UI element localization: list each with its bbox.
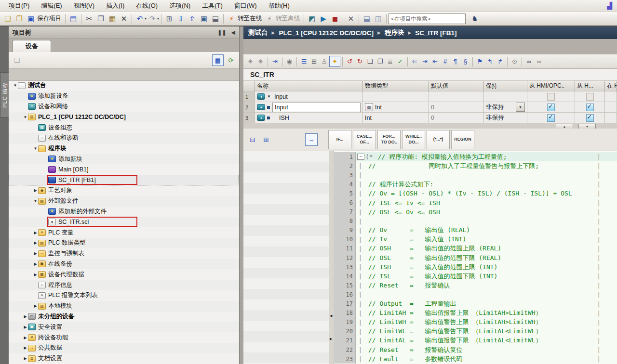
datatype-cell[interactable]: Int xyxy=(363,113,429,123)
insert-segment-after-icon[interactable]: ✳ xyxy=(255,56,266,66)
menu-item-4[interactable]: 插入(I) xyxy=(100,0,130,12)
from-hmi-cell[interactable] xyxy=(575,102,605,113)
copy-icon[interactable]: ❐ xyxy=(95,13,106,24)
section-expander-icon[interactable]: ▼ xyxy=(267,94,271,99)
expander-icon[interactable]: ▶ xyxy=(23,346,28,350)
expander-icon[interactable]: ▶ xyxy=(33,273,38,277)
datatype-cell[interactable] xyxy=(363,91,429,102)
expander-icon[interactable]: ▶ xyxy=(23,314,28,319)
in-hmi-cell[interactable] xyxy=(605,91,617,102)
code-lines[interactable]: 1−(*// 程序功能: 模拟量输入值转换为工程量值;|2|// 同时加入了工程… xyxy=(334,152,617,364)
accessible-devices-icon[interactable]: ◩ xyxy=(307,13,317,24)
fold-marker-icon[interactable]: − xyxy=(357,154,364,160)
expander-icon[interactable]: ▼ xyxy=(33,146,38,151)
tree-item-add-external[interactable]: ★添加新的外部文件 xyxy=(9,207,239,217)
tree-item-device-config[interactable]: ▦设备组态 xyxy=(9,122,239,133)
column-header-1[interactable] xyxy=(243,81,255,91)
code-line[interactable]: 3|| xyxy=(334,170,617,180)
runtime-icon[interactable]: ⬓ xyxy=(210,13,221,24)
tree-item-plc-folder[interactable]: ▼▥PLC_1 [CPU 1212C DC/DC/DC] xyxy=(9,112,239,122)
column-header-3[interactable]: 数据类型 xyxy=(363,81,429,91)
code-line[interactable]: 2|// 同时加入了工程量值警告与报警上下限;| xyxy=(334,161,617,170)
default-value-cell[interactable]: 0 xyxy=(429,102,484,113)
cut-icon[interactable]: ✂ xyxy=(84,13,94,24)
expander-icon[interactable]: ▼ xyxy=(33,199,38,203)
pin-panel-icon[interactable]: ❚❚ xyxy=(217,29,226,36)
consistency-check-icon[interactable]: ✓ xyxy=(395,56,405,66)
cross-references-icon[interactable]: ✕ xyxy=(346,13,356,24)
menu-item-1[interactable]: 项目(P) xyxy=(3,0,35,12)
comment-lines-icon[interactable]: ¶ xyxy=(450,56,460,66)
tree-item-alarm-texts[interactable]: ≡PLC 报警文本列表 xyxy=(9,290,239,301)
details-view-icon[interactable]: ▦ xyxy=(212,54,224,66)
code-line[interactable]: 16|| xyxy=(334,290,617,299)
code-line[interactable]: 9|// Ov = 输出值 (REAL)| xyxy=(334,226,617,235)
start-cpu-icon[interactable]: ▣ xyxy=(199,13,209,24)
go-online-label[interactable]: 转至在线 xyxy=(238,14,262,23)
code-line[interactable]: 12|// OSL = 输出值的范围下限 (REAL)| xyxy=(334,253,617,262)
save-project-label[interactable]: 保存项目 xyxy=(37,14,61,23)
delete-icon[interactable]: ✕ xyxy=(119,13,129,24)
align-lines-icon[interactable]: ☰ xyxy=(299,56,309,66)
menu-item-3[interactable]: 视图(V) xyxy=(68,0,100,12)
datatype-cell[interactable]: ▦Int xyxy=(363,102,429,113)
in-hmi-cell[interactable] xyxy=(605,102,617,113)
default-value-cell[interactable] xyxy=(429,91,484,102)
expander-icon[interactable]: ▶ xyxy=(33,262,38,266)
column-header-4[interactable]: 默认值 xyxy=(429,81,484,91)
menu-item-6[interactable]: 选项(N) xyxy=(163,0,196,12)
collapse-panel-icon[interactable]: ◀ xyxy=(231,29,235,36)
outdent-icon[interactable]: ⇤ xyxy=(430,56,440,66)
new-project-icon[interactable]: ❏ xyxy=(2,13,13,24)
tree-item-proxy-data[interactable]: ▶▦设备代理数据 xyxy=(9,269,239,280)
retain-cell[interactable] xyxy=(484,91,527,102)
split-editor-icon[interactable]: ⇔ xyxy=(305,133,318,146)
monitor-off-icon[interactable]: ∞ xyxy=(534,56,544,66)
project-search-input[interactable] xyxy=(389,13,466,24)
tree-item-ob-block[interactable]: Main [OB1] xyxy=(9,164,239,175)
code-line[interactable]: 1−(*// 程序功能: 模拟量输入值转换为工程量值;| xyxy=(334,152,617,161)
favorites-icon[interactable]: ✦ xyxy=(329,56,340,67)
code-line[interactable]: 8|| xyxy=(334,217,617,226)
expander-icon[interactable]: ▶ xyxy=(23,325,28,329)
expander-icon[interactable]: ▼ xyxy=(23,115,28,119)
breadcrumb-item-2[interactable]: PLC_1 [CPU 1212C DC/DC/DC] xyxy=(279,29,374,37)
column-header-8[interactable]: 在 H xyxy=(605,81,617,91)
uncomment-lines-icon[interactable]: § xyxy=(460,56,470,66)
tree-item-diagnostics[interactable]: !在线和诊断 xyxy=(9,133,239,143)
tree-item-local-modules[interactable]: ▶▥本地模块 xyxy=(9,301,239,312)
splitter-left-icon[interactable]: ◀ xyxy=(330,314,332,318)
tree-item-ungrouped[interactable]: ▶▭未分组的设备 xyxy=(9,312,239,322)
tab-devices[interactable]: 设备 xyxy=(13,40,51,52)
hmi-opc-cell[interactable] xyxy=(527,102,575,113)
from-hmi-cell[interactable] xyxy=(575,91,605,102)
tree-item-data-types[interactable]: ▶▤PLC 数据类型 xyxy=(9,238,239,248)
tree-item-external-sources[interactable]: ▼▤外部源文件 xyxy=(9,196,239,207)
snippet-tab-6[interactable]: REGION xyxy=(451,130,474,149)
breadcrumb-item-1[interactable]: 测试台 xyxy=(248,28,268,37)
refresh-icon[interactable]: ⟳ xyxy=(226,55,236,65)
print-icon[interactable]: ▤ xyxy=(68,13,79,24)
undo-icon[interactable]: ↶ xyxy=(134,13,145,24)
find-replace-icon[interactable]: ⊙ xyxy=(510,56,520,66)
expander-icon[interactable]: ▶ xyxy=(33,231,38,235)
tree-item-add-block[interactable]: ★添加新块 xyxy=(9,154,239,165)
user-rights-icon[interactable]: ♙ xyxy=(319,56,329,66)
retain-cell[interactable]: 非保持 xyxy=(484,113,527,123)
snippet-tab-5[interactable]: (*...*) xyxy=(427,130,450,149)
table-row[interactable]: 1◂▼Input xyxy=(243,91,617,102)
code-line[interactable]: 18|// LimitAH = 输出值报警上限 （LimitAH>LimitWH… xyxy=(334,309,617,318)
redo-dropdown-icon[interactable]: ▾ xyxy=(157,16,159,21)
previous-bookmark-icon[interactable]: ↰ xyxy=(485,56,495,66)
insert-block-call-icon[interactable]: ❏ xyxy=(365,56,375,66)
code-line[interactable]: 14|// ISL = 输入值的范围下限 (INT)| xyxy=(334,272,617,281)
tree-item-fb-block[interactable]: SC_ITR [FB1] xyxy=(9,175,239,185)
redo-icon[interactable]: ↷ xyxy=(147,13,158,24)
expander-icon[interactable]: ▶ xyxy=(33,251,38,256)
go-offline-icon[interactable]: ⚡ xyxy=(264,13,275,24)
undo-dropdown-icon[interactable]: ▾ xyxy=(145,16,147,21)
new-item-icon[interactable]: ❏ xyxy=(12,55,22,65)
menu-item-8[interactable]: 窗口(W) xyxy=(228,0,263,12)
name-edit-field[interactable]: Input xyxy=(272,103,361,112)
code-line[interactable]: 21|// LimitAL = 输出值报警下限 （LimitAL<LimitWL… xyxy=(334,336,617,345)
